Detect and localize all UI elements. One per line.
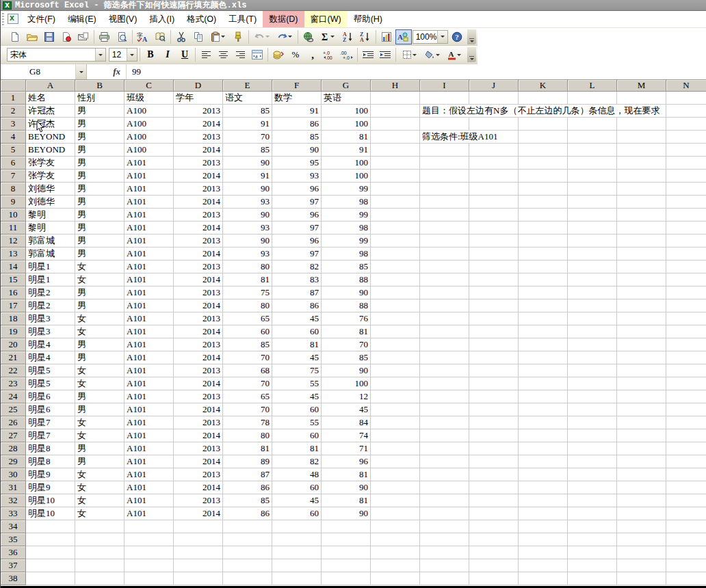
cell-H20[interactable] xyxy=(371,338,420,351)
cell-B30[interactable]: 女 xyxy=(75,468,125,481)
cell-D7[interactable]: 2014 xyxy=(174,170,223,183)
cell-E8[interactable]: 90 xyxy=(223,183,272,196)
cell-D8[interactable]: 2013 xyxy=(174,183,223,196)
row-header-28[interactable]: 28 xyxy=(1,442,26,455)
cell-I35[interactable] xyxy=(420,533,469,546)
col-header-L[interactable]: L xyxy=(568,80,617,92)
cell-K26[interactable] xyxy=(519,416,568,429)
row-header-22[interactable]: 22 xyxy=(1,364,26,377)
decrease-indent-button[interactable] xyxy=(360,47,376,62)
cell-I15[interactable] xyxy=(420,273,469,286)
cell-G27[interactable]: 74 xyxy=(322,429,371,442)
cell-K12[interactable] xyxy=(519,235,568,248)
cell-F22[interactable]: 75 xyxy=(272,364,322,377)
cell-D5[interactable]: 2014 xyxy=(174,144,223,157)
workbook-icon[interactable] xyxy=(8,14,18,24)
cell-K21[interactable] xyxy=(519,351,568,364)
cell-E2[interactable]: 85 xyxy=(223,105,272,118)
cell-M12[interactable] xyxy=(617,235,666,248)
cell-J13[interactable] xyxy=(469,248,519,260)
cell-N14[interactable] xyxy=(666,260,706,273)
menu-item-data[interactable]: 数据(D) xyxy=(263,11,304,27)
borders-dropdown-arrow[interactable] xyxy=(413,54,417,56)
cell-L21[interactable] xyxy=(568,351,617,364)
cell-L8[interactable] xyxy=(568,183,617,196)
cell-D16[interactable]: 2013 xyxy=(174,286,223,299)
cell-A26[interactable]: 明星7 xyxy=(26,416,75,429)
cell-H24[interactable] xyxy=(371,390,420,403)
cell-K28[interactable] xyxy=(519,442,568,455)
cell-B14[interactable]: 女 xyxy=(75,260,125,273)
menu-item-window[interactable]: 窗口(W) xyxy=(304,11,348,27)
cell-K27[interactable] xyxy=(519,429,568,442)
cell-H33[interactable] xyxy=(371,507,420,520)
permission-button[interactable] xyxy=(58,29,75,44)
cell-E1[interactable]: 语文 xyxy=(223,92,272,105)
cell-N32[interactable] xyxy=(666,494,706,507)
cell-A5[interactable]: BEYOND xyxy=(26,144,75,157)
cell-L16[interactable] xyxy=(568,286,617,299)
cell-E5[interactable]: 85 xyxy=(223,144,272,157)
cell-D23[interactable]: 2014 xyxy=(174,377,223,390)
cell-L23[interactable] xyxy=(568,377,617,390)
cell-F29[interactable]: 82 xyxy=(272,455,322,468)
cell-D15[interactable]: 2014 xyxy=(174,273,223,286)
cell-E29[interactable]: 89 xyxy=(223,455,272,468)
cell-C4[interactable]: A100 xyxy=(125,131,174,144)
cell-N12[interactable] xyxy=(666,235,706,248)
cell-L9[interactable] xyxy=(568,196,617,209)
cell-G13[interactable]: 98 xyxy=(322,248,371,260)
cell-G10[interactable]: 99 xyxy=(322,209,371,222)
cell-A27[interactable]: 明星7 xyxy=(26,429,75,442)
cell-M28[interactable] xyxy=(617,442,666,455)
cell-M19[interactable] xyxy=(617,325,666,338)
row-header-20[interactable]: 20 xyxy=(1,338,26,351)
increase-indent-button[interactable] xyxy=(377,47,393,62)
row-header-4[interactable]: 4 xyxy=(1,131,26,144)
cell-J20[interactable] xyxy=(469,338,519,351)
col-header-I[interactable]: I xyxy=(420,80,469,92)
cell-L20[interactable] xyxy=(568,338,617,351)
cell-K34[interactable] xyxy=(519,520,568,533)
cell-E28[interactable]: 81 xyxy=(223,442,272,455)
cell-D26[interactable]: 2013 xyxy=(174,416,223,429)
cell-B28[interactable]: 男 xyxy=(75,442,125,455)
cell-D29[interactable]: 2014 xyxy=(174,455,223,468)
cell-I6[interactable] xyxy=(420,157,469,170)
cell-J38[interactable] xyxy=(469,572,519,585)
row-header-15[interactable]: 15 xyxy=(1,273,26,286)
cell-H36[interactable] xyxy=(371,546,420,559)
cell-G14[interactable]: 85 xyxy=(322,260,371,273)
col-header-A[interactable]: A xyxy=(26,80,75,92)
save-button[interactable] xyxy=(41,29,57,44)
cell-K4[interactable] xyxy=(519,131,568,144)
cell-F19[interactable]: 60 xyxy=(272,325,322,338)
cell-E26[interactable]: 78 xyxy=(223,416,272,429)
cell-C11[interactable]: A101 xyxy=(125,222,174,235)
cell-K3[interactable] xyxy=(519,118,568,131)
insert-function-button[interactable]: fx xyxy=(87,64,127,79)
cell-G30[interactable]: 81 xyxy=(322,468,371,481)
cell-L31[interactable] xyxy=(568,481,617,494)
fill-color-button[interactable] xyxy=(421,47,443,62)
cell-F9[interactable]: 97 xyxy=(272,196,322,209)
cell-D38[interactable] xyxy=(174,572,223,585)
cell-N8[interactable] xyxy=(666,183,706,196)
cell-N33[interactable] xyxy=(666,507,706,520)
cell-K31[interactable] xyxy=(519,481,568,494)
cell-N21[interactable] xyxy=(666,351,706,364)
row-header-8[interactable]: 8 xyxy=(1,183,26,196)
cell-E24[interactable]: 65 xyxy=(223,390,272,403)
cell-D24[interactable]: 2013 xyxy=(174,390,223,403)
cell-B35[interactable] xyxy=(75,533,125,546)
row-header-11[interactable]: 11 xyxy=(1,222,26,235)
col-header-H[interactable]: H xyxy=(371,80,420,92)
help-button[interactable]: ? xyxy=(449,29,465,44)
cell-A24[interactable]: 明星6 xyxy=(26,390,75,403)
cell-F10[interactable]: 96 xyxy=(272,209,322,222)
cell-N26[interactable] xyxy=(666,416,706,429)
cell-F25[interactable]: 60 xyxy=(272,403,322,416)
cell-G28[interactable]: 71 xyxy=(322,442,371,455)
percent-button[interactable]: % xyxy=(287,47,304,62)
col-header-F[interactable]: F xyxy=(272,80,322,92)
